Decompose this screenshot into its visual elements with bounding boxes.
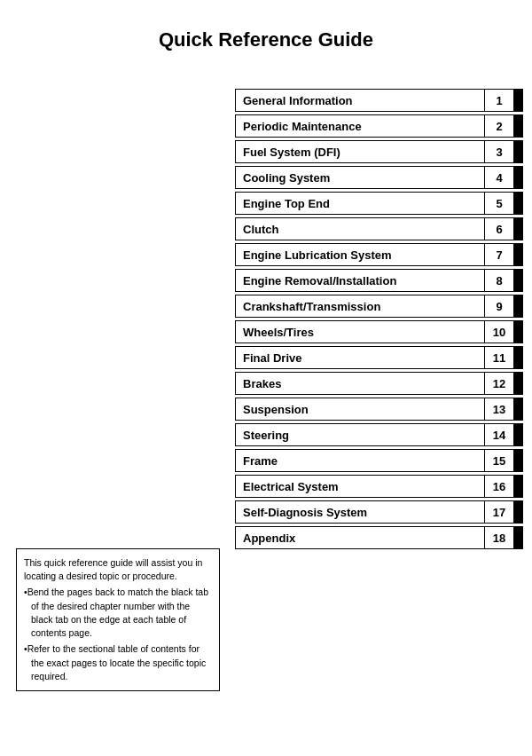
toc-number: 14 [485,424,513,445]
toc-tab-marker [513,476,522,497]
toc-row: Frame15 [235,449,523,472]
toc-number: 17 [485,501,513,523]
toc-row: Engine Removal/Installation8 [235,269,523,292]
toc-label: Periodic Maintenance [236,115,485,137]
toc-label: Electrical System [236,476,485,497]
toc-tab-marker [513,244,522,265]
toc-tab-marker [513,501,522,523]
toc-label: Crankshaft/Transmission [236,295,485,317]
toc-row: Engine Top End5 [235,192,523,215]
toc-number: 4 [485,167,513,188]
toc-row: Self-Diagnosis System17 [235,500,523,524]
toc-row: Cooling System4 [235,166,523,189]
toc-row: Final Drive11 [235,346,523,369]
toc-number: 3 [485,141,513,162]
toc-tab-marker [513,450,522,471]
toc-number: 5 [485,193,513,214]
toc-label: Wheels/Tires [236,321,485,343]
toc-row: Clutch6 [235,217,523,240]
toc-row: Crankshaft/Transmission9 [235,295,523,318]
toc-row: Periodic Maintenance2 [235,114,523,138]
toc-row: Fuel System (DFI)3 [235,140,523,163]
toc-label: Fuel System (DFI) [236,141,485,162]
toc-tab-marker [513,115,522,137]
toc-number: 15 [485,450,513,471]
sidebar-note: This quick reference guide will assist y… [16,548,220,691]
toc-label: Final Drive [236,347,485,368]
toc-number: 7 [485,244,513,265]
toc-label: Engine Removal/Installation [236,270,485,291]
toc-tab-marker [513,321,522,343]
toc-number: 8 [485,270,513,291]
sidebar-intro: This quick reference guide will assist y… [24,556,212,583]
toc-label: Clutch [236,218,485,240]
toc-row: Engine Lubrication System7 [235,243,523,266]
toc-tab-marker [513,270,522,291]
toc-label: Self-Diagnosis System [236,501,485,523]
toc-number: 9 [485,295,513,317]
toc-row: Steering14 [235,423,523,446]
toc-label: Brakes [236,373,485,394]
toc-row: Wheels/Tires10 [235,320,523,343]
toc-label: General Information [236,90,485,111]
toc-label: Cooling System [236,167,485,188]
toc-tab-marker [513,373,522,394]
toc-number: 11 [485,347,513,368]
toc-tab-marker [513,141,522,162]
page-title: Quick Reference Guide [0,0,532,69]
toc-row: Suspension13 [235,398,523,421]
toc-label: Frame [236,450,485,471]
toc-number: 6 [485,218,513,240]
toc-label: Suspension [236,398,485,420]
table-of-contents: General Information1Periodic Maintenance… [235,89,523,552]
toc-row: Brakes12 [235,372,523,395]
toc-number: 16 [485,476,513,497]
toc-tab-marker [513,193,522,214]
toc-label: Engine Top End [236,193,485,214]
toc-label: Engine Lubrication System [236,244,485,265]
toc-tab-marker [513,218,522,240]
toc-label: Steering [236,424,485,445]
toc-row: General Information1 [235,89,523,112]
sidebar-bullet-1: •Bend the pages back to match the black … [24,586,212,640]
sidebar-bullet-2: •Refer to the sectional table of content… [24,642,212,683]
toc-number: 18 [485,527,513,548]
toc-number: 2 [485,115,513,137]
toc-tab-marker [513,167,522,188]
toc-tab-marker [513,527,522,548]
toc-row: Appendix18 [235,526,523,549]
toc-label: Appendix [236,527,485,548]
toc-row: Electrical System16 [235,475,523,498]
toc-tab-marker [513,347,522,368]
toc-number: 12 [485,373,513,394]
toc-tab-marker [513,424,522,445]
toc-number: 13 [485,398,513,420]
toc-tab-marker [513,398,522,420]
toc-number: 1 [485,90,513,111]
toc-number: 10 [485,321,513,343]
toc-tab-marker [513,90,522,111]
toc-tab-marker [513,295,522,317]
